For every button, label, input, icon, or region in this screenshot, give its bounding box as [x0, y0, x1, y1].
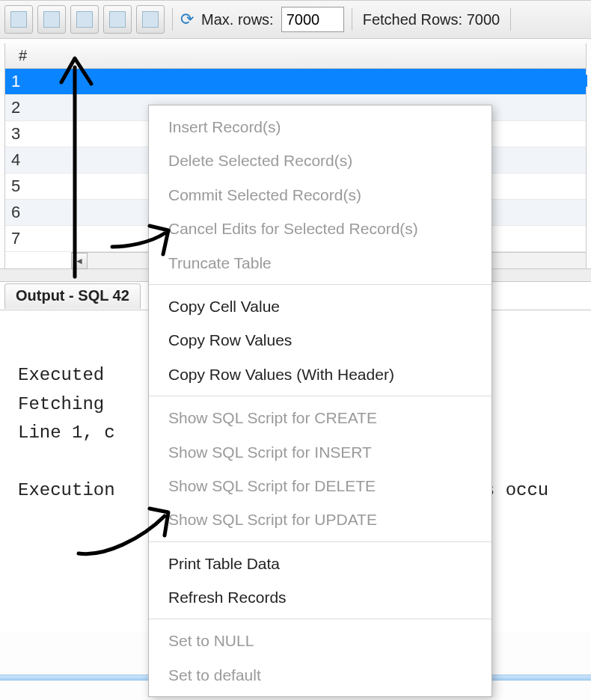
- toolbar-button-5[interactable]: [136, 5, 165, 34]
- menu-print-table[interactable]: Print Table Data: [149, 547, 492, 580]
- max-rows-input[interactable]: [281, 7, 344, 32]
- menu-cancel-edits[interactable]: Cancel Edits for Selected Record(s): [149, 212, 492, 245]
- scroll-left-icon[interactable]: ◄: [71, 253, 88, 269]
- menu-sql-update[interactable]: Show SQL Script for UPDATE: [149, 503, 492, 536]
- menu-separator: [149, 541, 492, 542]
- menu-sql-create[interactable]: Show SQL Script for CREATE: [149, 401, 492, 435]
- fetched-rows-label: Fetched Rows: 7000: [363, 11, 500, 28]
- refresh-icon[interactable]: ⟳: [180, 11, 194, 28]
- menu-set-null[interactable]: Set to NULL: [149, 624, 492, 657]
- toolbar-button-3[interactable]: [70, 5, 99, 34]
- toolbar-separator: [352, 8, 352, 31]
- menu-commit-selected[interactable]: Commit Selected Record(s): [149, 178, 492, 212]
- output-line: Execution: [18, 480, 115, 500]
- output-line: Executed: [18, 365, 104, 385]
- context-menu: Insert Record(s) Delete Selected Record(…: [148, 105, 492, 697]
- menu-set-default[interactable]: Set to default: [149, 658, 492, 692]
- toolbar-separator: [172, 8, 173, 31]
- menu-delete-selected[interactable]: Delete Selected Record(s): [149, 144, 492, 177]
- menu-copy-cell[interactable]: Copy Cell Value: [149, 289, 492, 323]
- menu-truncate-table[interactable]: Truncate Table: [149, 246, 492, 280]
- toolbar-button-2[interactable]: [37, 5, 66, 34]
- table-row[interactable]: 1: [5, 69, 586, 95]
- menu-separator: [149, 618, 492, 619]
- toolbar-separator: [510, 8, 511, 31]
- menu-insert-records[interactable]: Insert Record(s): [149, 110, 492, 144]
- menu-separator: [149, 396, 492, 396]
- output-line: Fetching: [18, 394, 104, 414]
- output-line: Line 1, c: [18, 423, 115, 443]
- menu-sql-delete[interactable]: Show SQL Script for DELETE: [149, 469, 492, 503]
- menu-copy-row[interactable]: Copy Row Values: [149, 323, 492, 357]
- results-toolbar: ⟳ Max. rows: Fetched Rows: 7000: [0, 0, 591, 39]
- menu-copy-row-header[interactable]: Copy Row Values (With Header): [149, 357, 492, 391]
- selection-marker: [581, 75, 587, 87]
- max-rows-label: Max. rows:: [201, 11, 274, 28]
- grid-header-rownum[interactable]: #: [5, 43, 586, 69]
- menu-sql-insert[interactable]: Show SQL Script for INSERT: [149, 435, 492, 469]
- menu-separator: [149, 284, 492, 285]
- menu-refresh-records[interactable]: Refresh Records: [149, 580, 492, 614]
- toolbar-button-1[interactable]: [4, 5, 33, 34]
- toolbar-button-4[interactable]: [103, 5, 132, 34]
- output-tab[interactable]: Output - SQL 42: [4, 283, 141, 309]
